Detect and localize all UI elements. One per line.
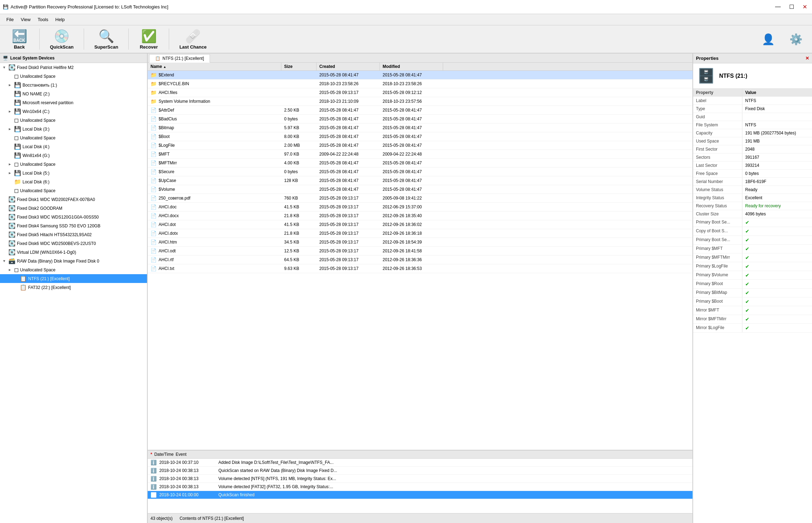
tree-item-unalloc0b[interactable]: ◻ Unallocated Space [0, 116, 147, 125]
log-item[interactable]: ℹ️ 2018-10-24 00:38:13 Volume detected [… [148, 483, 692, 491]
tree-item-disk3[interactable]: 💽 Fixed Disk3 WDC WDS120G1G0A-00SS50 [0, 213, 147, 221]
tree-item-win10c[interactable]: ► 💾 Win10x64 (C:) [0, 107, 147, 116]
log-item[interactable]: ℹ️ 2018-10-24 00:37:10 Added Disk Image … [148, 459, 692, 467]
properties-close-button[interactable]: ✕ [805, 56, 809, 61]
tree-item-unalloc0a[interactable]: ◻ Unallocated Space [0, 72, 147, 81]
file-size: 12.5 KB [281, 248, 317, 254]
log-message: Volume detected [FAT32] (FAT32, 1.95 GB,… [218, 484, 690, 489]
tree-item-noname[interactable]: 💾 NO NAME (2:) [0, 89, 147, 98]
table-row[interactable]: 📄250_советов.pdf 760 KB 2015-05-28 09:13… [148, 194, 692, 203]
prop-row-filesystem: File System NTFS [693, 121, 812, 129]
tree-item-msreserved[interactable]: 💾 Microsoft reserved partition [0, 98, 147, 107]
tree-item-local5[interactable]: ► 💾 Local Disk (5:) [0, 169, 147, 177]
table-row[interactable]: 📄$Boot 8.00 KB 2015-05-28 08:41:47 2015-… [148, 132, 692, 141]
prop-row-mirrormft: Mirror $MFT ✔ [693, 306, 812, 315]
minimize-button[interactable]: — [773, 3, 783, 11]
file-created: 2015-05-28 08:41:47 [317, 186, 380, 193]
superscan-button[interactable]: 🔍 SuperScan [88, 27, 124, 51]
tree-item-local3[interactable]: ► 💾 Local Disk (3:) [0, 125, 147, 133]
tree-item-disk6[interactable]: 💽 Fixed Disk6 WDC WD2500BEVS-22UST0 [0, 239, 147, 248]
tab-ntfs21[interactable]: 📋 NTFS (21:) [Excellent] [149, 54, 210, 63]
table-row[interactable]: 📄$UpCase 128 KB 2015-05-28 08:41:47 2015… [148, 176, 692, 185]
tree-item-part1[interactable]: ► 💾 Восстановить (1:) [0, 81, 147, 89]
tree-item-disk2[interactable]: 💽 Fixed Disk2 GOODRAM [0, 204, 147, 213]
tree-item-disk4[interactable]: 💽 Fixed Disk4 Samsung SSD 750 EVO 120GB [0, 221, 147, 230]
file-name: $Secure [159, 169, 174, 174]
close-button[interactable]: ✕ [800, 3, 809, 11]
maximize-button[interactable]: ☐ [787, 3, 796, 11]
table-row[interactable]: 📄$Secure 0 bytes 2015-05-28 08:41:47 201… [148, 168, 692, 176]
folder-icon: 📁 [151, 81, 156, 87]
tree-item-local4[interactable]: 💾 Local Disk (4:) [0, 142, 147, 151]
check-icon: ✔ [745, 325, 749, 331]
tree-item-raw[interactable]: ▼ 🗃️ RAW Data (Binary) Disk Image Fixed … [0, 257, 147, 265]
table-row[interactable]: 📄AHCI.doc 41.5 KB 2015-05-28 09:13:17 20… [148, 203, 692, 212]
check-icon: ✔ [745, 228, 749, 234]
tree-item-unalloc0e[interactable]: ◻ Unallocated Space [0, 186, 147, 195]
user-icon-button[interactable]: 👤 [756, 31, 781, 47]
log-item[interactable]: ℹ️ 2018-10-24 01:00:00 QuickScan finishe… [148, 491, 692, 499]
table-row[interactable]: 📄AHCI.docx 21.8 KB 2015-05-28 09:13:17 2… [148, 212, 692, 220]
back-button[interactable]: 🔙 Back [4, 27, 35, 51]
menu-tools[interactable]: Tools [34, 15, 52, 24]
log-item[interactable]: ℹ️ 2018-10-24 00:38:13 Volume detected [… [148, 475, 692, 483]
tree-item-local6[interactable]: 📁 Local Disk (6:) [0, 177, 147, 186]
prop-key-volumestatus: Volume Status [693, 186, 742, 194]
raw-icon: 🗃️ [8, 258, 15, 264]
tree-item-ntfs21[interactable]: 📋 NTFS (21:) [Excellent] [0, 274, 147, 283]
prop-val-header: Value [742, 89, 812, 96]
lastchance-button[interactable]: 🩹 Last Chance [173, 27, 212, 51]
prop-row-mirrorlogfile: Mirror $LogFile ✔ [693, 324, 812, 333]
prop-key-mirrorlogfile: Mirror $LogFile [693, 324, 742, 332]
table-row[interactable]: 📄$MFTMirr 4.00 KB 2015-05-28 08:41:47 20… [148, 159, 692, 168]
col-header-modified[interactable]: Modified [380, 63, 443, 70]
tree-item-unalloc0d[interactable]: ► ◻ Unallocated Space [0, 160, 147, 169]
unalloc0c-label: Unallocated Space [20, 136, 56, 140]
table-row[interactable]: 📄$MFT 97.0 KB 2009-04-22 22:24:48 2009-0… [148, 150, 692, 159]
col-header-created[interactable]: Created [317, 63, 380, 70]
table-row[interactable]: 📁$RECYCLE.BIN 2018-10-23 23:58:26 2018-1… [148, 80, 692, 88]
disk4-icon: 💽 [8, 222, 15, 229]
quickscan-button[interactable]: 💿 QuickScan [44, 27, 79, 51]
file-created: 2015-05-28 08:41:47 [317, 116, 380, 122]
tree-item-disk5[interactable]: 💽 Fixed Disk5 Hitachi HTS543232L9SA02 [0, 230, 147, 239]
sys-file-icon: 📄 [151, 107, 156, 113]
tree-item-fat32-22[interactable]: 📋 FAT32 (22:) [Excellent] [0, 283, 147, 292]
recover-button[interactable]: ✅ Recover [133, 27, 165, 51]
table-row[interactable]: 📁AHCI.files 2015-05-28 09:13:17 2015-05-… [148, 88, 692, 97]
table-row[interactable]: 📁$Extend 2015-05-28 08:41:47 2015-05-28 … [148, 71, 692, 80]
prop-key-usedspace: Used Space [693, 137, 742, 145]
table-row[interactable]: 📄$BadClus 0 bytes 2015-05-28 08:41:47 20… [148, 115, 692, 124]
menu-help[interactable]: Help [52, 15, 68, 24]
prop-val-sectors: 391167 [742, 153, 812, 161]
check-icon: ✔ [745, 220, 749, 225]
table-row[interactable]: 📄AHCI.dotx 21.8 KB 2015-05-28 09:13:17 2… [148, 229, 692, 238]
tree-item-unalloc0c[interactable]: ◻ Unallocated Space [0, 133, 147, 142]
table-row[interactable]: 📄AHCI.htm 34.5 KB 2015-05-28 09:13:17 20… [148, 238, 692, 247]
file-modified: 2012-09-26 18:36:53 [380, 265, 443, 272]
file-name: $UpCase [159, 178, 176, 183]
settings-icon-button[interactable]: ⚙️ [784, 31, 808, 47]
menu-file[interactable]: File [3, 15, 17, 24]
table-row[interactable]: 📄$LogFile 2.00 MB 2015-05-28 08:41:47 20… [148, 141, 692, 150]
arrow-unallocraw: ► [7, 268, 13, 272]
tree-item-disk0[interactable]: ▼ 💽 Fixed Disk0 Patriot Hellfire M2 [0, 63, 147, 72]
tree-item-win81g[interactable]: 💾 Win81x64 (G:) [0, 151, 147, 160]
table-row[interactable]: 📄AHCI.odt 12.5 KB 2015-05-28 09:13:17 20… [148, 247, 692, 256]
tree-item-vldm[interactable]: 💽 Virtual LDM (WIN10X64-1-Dg0) [0, 248, 147, 257]
tree-item-unallocraw[interactable]: ► ◻ Unallocated Space [0, 265, 147, 274]
file-modified: 2015-05-28 08:41:47 [380, 142, 443, 149]
prop-val-recovery: Ready for recovery [742, 202, 812, 210]
table-row[interactable]: 📄$AttrDef 2.50 KB 2015-05-28 08:41:47 20… [148, 106, 692, 115]
table-row[interactable]: 📄AHCI.txt 9.63 KB 2015-05-28 09:13:17 20… [148, 264, 692, 273]
col-header-name[interactable]: Name ▲ [148, 63, 281, 70]
menu-view[interactable]: View [17, 15, 34, 24]
table-row[interactable]: 📄$Volume 2015-05-28 08:41:47 2015-05-28 … [148, 185, 692, 194]
table-row[interactable]: 📄$Bitmap 5.97 KB 2015-05-28 08:41:47 201… [148, 124, 692, 132]
col-header-size[interactable]: Size [281, 63, 317, 70]
table-row[interactable]: 📄AHCI.rtf 64.5 KB 2015-05-28 09:13:17 20… [148, 256, 692, 264]
tree-item-disk1[interactable]: 💽 Fixed Disk1 WDC WD2002FAEX-007BA0 [0, 195, 147, 204]
table-row[interactable]: 📁System Volume Information 2018-10-23 21… [148, 97, 692, 106]
table-row[interactable]: 📄AHCI.dot 41.5 KB 2015-05-28 09:13:17 20… [148, 220, 692, 229]
log-item[interactable]: ℹ️ 2018-10-24 00:38:13 QuickScan started… [148, 467, 692, 475]
